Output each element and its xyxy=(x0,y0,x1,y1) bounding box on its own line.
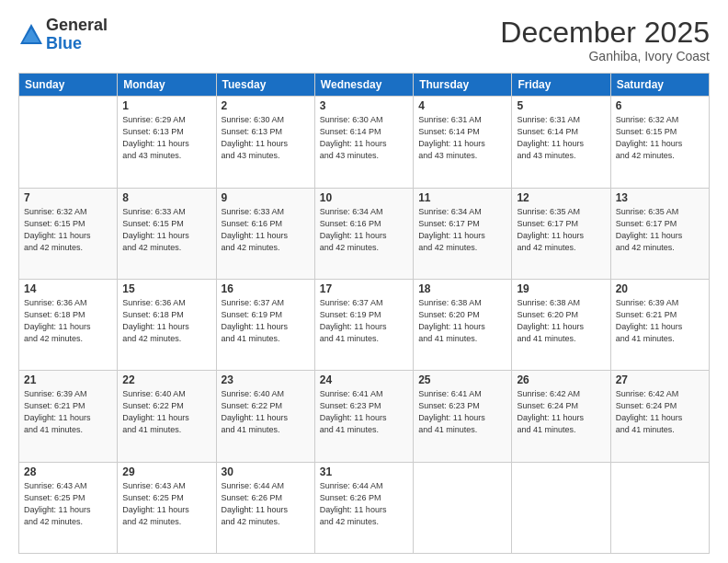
calendar-cell: 26Sunrise: 6:42 AM Sunset: 6:24 PM Dayli… xyxy=(512,371,610,462)
day-number: 7 xyxy=(24,191,112,204)
month-title: December 2025 xyxy=(500,17,710,49)
weekday-tuesday: Tuesday xyxy=(216,74,314,97)
day-info: Sunrise: 6:35 AM Sunset: 6:17 PM Dayligh… xyxy=(517,206,605,254)
day-info: Sunrise: 6:42 AM Sunset: 6:24 PM Dayligh… xyxy=(517,388,605,436)
day-number: 31 xyxy=(320,465,408,478)
logo-blue: Blue xyxy=(46,35,108,53)
header: General Blue December 2025 Ganhiba, Ivor… xyxy=(18,17,710,63)
calendar-cell: 12Sunrise: 6:35 AM Sunset: 6:17 PM Dayli… xyxy=(512,188,610,279)
day-number: 23 xyxy=(222,373,310,386)
logo-general: General xyxy=(46,17,108,35)
day-info: Sunrise: 6:29 AM Sunset: 6:13 PM Dayligh… xyxy=(122,114,210,162)
calendar-cell: 3Sunrise: 6:30 AM Sunset: 6:14 PM Daylig… xyxy=(314,97,413,188)
day-info: Sunrise: 6:38 AM Sunset: 6:20 PM Dayligh… xyxy=(418,297,506,345)
day-number: 3 xyxy=(320,99,408,112)
day-number: 9 xyxy=(222,191,310,204)
week-row-4: 21Sunrise: 6:39 AM Sunset: 6:21 PM Dayli… xyxy=(19,371,710,462)
day-info: Sunrise: 6:44 AM Sunset: 6:26 PM Dayligh… xyxy=(222,480,310,528)
day-number: 27 xyxy=(616,373,704,386)
day-number: 21 xyxy=(24,373,112,386)
day-number: 12 xyxy=(517,191,605,204)
day-number: 4 xyxy=(418,99,506,112)
calendar-cell: 2Sunrise: 6:30 AM Sunset: 6:13 PM Daylig… xyxy=(216,97,314,188)
day-number: 19 xyxy=(517,282,605,295)
logo: General Blue xyxy=(18,17,108,53)
day-info: Sunrise: 6:37 AM Sunset: 6:19 PM Dayligh… xyxy=(222,297,310,345)
calendar-cell: 16Sunrise: 6:37 AM Sunset: 6:19 PM Dayli… xyxy=(216,279,314,370)
calendar-cell xyxy=(610,462,709,553)
logo-text: General Blue xyxy=(46,17,108,53)
calendar-cell: 5Sunrise: 6:31 AM Sunset: 6:14 PM Daylig… xyxy=(512,97,610,188)
location: Ganhiba, Ivory Coast xyxy=(500,49,710,63)
calendar-cell: 19Sunrise: 6:38 AM Sunset: 6:20 PM Dayli… xyxy=(512,279,610,370)
calendar-cell: 21Sunrise: 6:39 AM Sunset: 6:21 PM Dayli… xyxy=(19,371,118,462)
calendar-cell xyxy=(512,462,610,553)
day-info: Sunrise: 6:37 AM Sunset: 6:19 PM Dayligh… xyxy=(320,297,408,345)
calendar-cell: 25Sunrise: 6:41 AM Sunset: 6:23 PM Dayli… xyxy=(414,371,512,462)
day-info: Sunrise: 6:36 AM Sunset: 6:18 PM Dayligh… xyxy=(24,297,112,345)
day-number: 20 xyxy=(616,282,704,295)
calendar-cell: 28Sunrise: 6:43 AM Sunset: 6:25 PM Dayli… xyxy=(19,462,118,553)
calendar-cell: 9Sunrise: 6:33 AM Sunset: 6:16 PM Daylig… xyxy=(216,188,314,279)
day-number: 10 xyxy=(320,191,408,204)
day-number: 5 xyxy=(517,99,605,112)
calendar-cell: 17Sunrise: 6:37 AM Sunset: 6:19 PM Dayli… xyxy=(314,279,413,370)
calendar-cell xyxy=(19,97,118,188)
day-number: 25 xyxy=(418,373,506,386)
day-info: Sunrise: 6:33 AM Sunset: 6:16 PM Dayligh… xyxy=(222,206,310,254)
week-row-1: 1Sunrise: 6:29 AM Sunset: 6:13 PM Daylig… xyxy=(19,97,710,188)
day-info: Sunrise: 6:30 AM Sunset: 6:14 PM Dayligh… xyxy=(320,114,408,162)
day-number: 17 xyxy=(320,282,408,295)
day-number: 6 xyxy=(616,99,704,112)
calendar-cell: 23Sunrise: 6:40 AM Sunset: 6:22 PM Dayli… xyxy=(216,371,314,462)
day-info: Sunrise: 6:38 AM Sunset: 6:20 PM Dayligh… xyxy=(517,297,605,345)
day-info: Sunrise: 6:41 AM Sunset: 6:23 PM Dayligh… xyxy=(418,388,506,436)
day-number: 24 xyxy=(320,373,408,386)
calendar-cell: 4Sunrise: 6:31 AM Sunset: 6:14 PM Daylig… xyxy=(414,97,512,188)
day-number: 11 xyxy=(418,191,506,204)
calendar-body: 1Sunrise: 6:29 AM Sunset: 6:13 PM Daylig… xyxy=(19,97,710,554)
weekday-header-row: SundayMondayTuesdayWednesdayThursdayFrid… xyxy=(19,74,710,97)
calendar-cell xyxy=(414,462,512,553)
week-row-5: 28Sunrise: 6:43 AM Sunset: 6:25 PM Dayli… xyxy=(19,462,710,553)
calendar-cell: 22Sunrise: 6:40 AM Sunset: 6:22 PM Dayli… xyxy=(118,371,216,462)
day-number: 8 xyxy=(122,191,210,204)
calendar-cell: 15Sunrise: 6:36 AM Sunset: 6:18 PM Dayli… xyxy=(118,279,216,370)
calendar-cell: 31Sunrise: 6:44 AM Sunset: 6:26 PM Dayli… xyxy=(314,462,413,553)
calendar: SundayMondayTuesdayWednesdayThursdayFrid… xyxy=(18,73,710,554)
calendar-cell: 7Sunrise: 6:32 AM Sunset: 6:15 PM Daylig… xyxy=(19,188,118,279)
day-info: Sunrise: 6:36 AM Sunset: 6:18 PM Dayligh… xyxy=(122,297,210,345)
calendar-cell: 24Sunrise: 6:41 AM Sunset: 6:23 PM Dayli… xyxy=(314,371,413,462)
calendar-cell: 13Sunrise: 6:35 AM Sunset: 6:17 PM Dayli… xyxy=(610,188,709,279)
calendar-cell: 14Sunrise: 6:36 AM Sunset: 6:18 PM Dayli… xyxy=(19,279,118,370)
day-info: Sunrise: 6:40 AM Sunset: 6:22 PM Dayligh… xyxy=(122,388,210,436)
day-number: 22 xyxy=(122,373,210,386)
day-number: 13 xyxy=(616,191,704,204)
day-number: 18 xyxy=(418,282,506,295)
calendar-cell: 18Sunrise: 6:38 AM Sunset: 6:20 PM Dayli… xyxy=(414,279,512,370)
calendar-cell: 6Sunrise: 6:32 AM Sunset: 6:15 PM Daylig… xyxy=(610,97,709,188)
day-info: Sunrise: 6:41 AM Sunset: 6:23 PM Dayligh… xyxy=(320,388,408,436)
calendar-cell: 1Sunrise: 6:29 AM Sunset: 6:13 PM Daylig… xyxy=(118,97,216,188)
calendar-cell: 11Sunrise: 6:34 AM Sunset: 6:17 PM Dayli… xyxy=(414,188,512,279)
day-info: Sunrise: 6:34 AM Sunset: 6:17 PM Dayligh… xyxy=(418,206,506,254)
day-number: 30 xyxy=(222,465,310,478)
day-info: Sunrise: 6:43 AM Sunset: 6:25 PM Dayligh… xyxy=(122,480,210,528)
weekday-monday: Monday xyxy=(118,74,216,97)
calendar-cell: 29Sunrise: 6:43 AM Sunset: 6:25 PM Dayli… xyxy=(118,462,216,553)
day-number: 26 xyxy=(517,373,605,386)
day-info: Sunrise: 6:40 AM Sunset: 6:22 PM Dayligh… xyxy=(222,388,310,436)
day-info: Sunrise: 6:44 AM Sunset: 6:26 PM Dayligh… xyxy=(320,480,408,528)
day-info: Sunrise: 6:39 AM Sunset: 6:21 PM Dayligh… xyxy=(616,297,704,345)
day-info: Sunrise: 6:32 AM Sunset: 6:15 PM Dayligh… xyxy=(24,206,112,254)
weekday-sunday: Sunday xyxy=(19,74,118,97)
day-info: Sunrise: 6:31 AM Sunset: 6:14 PM Dayligh… xyxy=(418,114,506,162)
day-info: Sunrise: 6:32 AM Sunset: 6:15 PM Dayligh… xyxy=(616,114,704,162)
day-number: 15 xyxy=(122,282,210,295)
day-info: Sunrise: 6:35 AM Sunset: 6:17 PM Dayligh… xyxy=(616,206,704,254)
day-info: Sunrise: 6:42 AM Sunset: 6:24 PM Dayligh… xyxy=(616,388,704,436)
day-number: 16 xyxy=(222,282,310,295)
day-info: Sunrise: 6:33 AM Sunset: 6:15 PM Dayligh… xyxy=(122,206,210,254)
weekday-thursday: Thursday xyxy=(414,74,512,97)
calendar-cell: 10Sunrise: 6:34 AM Sunset: 6:16 PM Dayli… xyxy=(314,188,413,279)
